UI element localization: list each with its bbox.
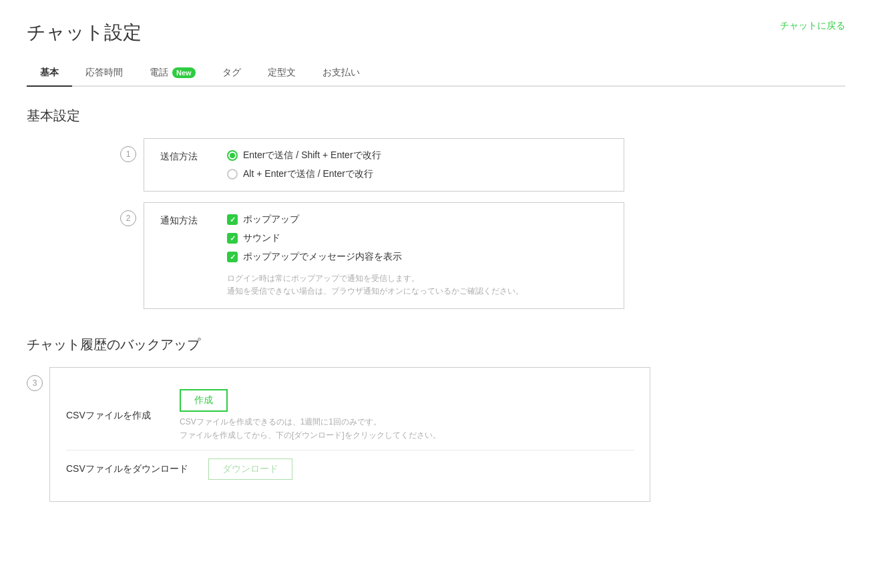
tab-basic[interactable]: 基本 [27, 60, 72, 87]
csv-create-label: CSVファイルを作成 [66, 410, 160, 422]
section3-wrapper: 3 CSVファイルを作成 作成 CSVファイルを作成できるのは、1週間に1回のみ… [27, 367, 845, 501]
radio-circle-2 [227, 169, 238, 180]
basic-settings-section: 基本設定 1 送信方法 Enterで送信 / Shift + Enterで改行 … [27, 107, 845, 309]
tab-payment[interactable]: お支払い [309, 60, 373, 87]
checkbox-sound-box [227, 233, 238, 244]
radio-alt-enter-send[interactable]: Alt + Enterで送信 / Enterで改行 [227, 168, 381, 180]
notify-sub-text: ログイン時は常にポップアップで通知を受信します。 通知を受信できない場合は、ブラ… [227, 272, 523, 298]
checkbox-popup-box [227, 214, 238, 225]
backup-section-title: チャット履歴のバックアップ [27, 336, 845, 354]
checkbox-popup[interactable]: ポップアップ [227, 214, 523, 226]
csv-download-label: CSVファイルをダウンロード [66, 463, 188, 475]
tab-response-time[interactable]: 応答時間 [72, 60, 136, 87]
basic-settings-title: 基本設定 [27, 107, 845, 125]
back-link[interactable]: チャットに戻る [780, 20, 845, 32]
csv-create-button[interactable]: 作成 [180, 389, 228, 412]
checkbox-popup-content[interactable]: ポップアップでメッセージ内容を表示 [227, 251, 523, 263]
notify-method-options: ポップアップ サウンド ポップアップでメッセージ内容を表示 ログイン時は常にポッ… [227, 214, 523, 298]
tab-phone[interactable]: 電話 New [136, 60, 209, 87]
page-title: チャット設定 [27, 20, 142, 45]
csv-create-content: 作成 CSVファイルを作成できるのは、1週間に1回のみです。 ファイルを作成して… [180, 389, 441, 441]
notify-method-label: 通知方法 [160, 214, 207, 227]
csv-create-row: CSVファイルを作成 作成 CSVファイルを作成できるのは、1週間に1回のみです… [66, 381, 634, 449]
notify-method-card: 通知方法 ポップアップ サウンド ポップアップでメッセージ内容を表示 [144, 202, 624, 309]
send-method-row: 1 送信方法 Enterで送信 / Shift + Enterで改行 Alt +… [27, 138, 845, 192]
backup-section: チャット履歴のバックアップ 3 CSVファイルを作成 作成 CSVファイルを作成… [27, 336, 845, 501]
checkbox-sound[interactable]: サウンド [227, 232, 523, 244]
radio-enter-send[interactable]: Enterで送信 / Shift + Enterで改行 [227, 150, 381, 162]
tab-tag[interactable]: タグ [209, 60, 254, 87]
csv-download-row: CSVファイルをダウンロード ダウンロード [66, 450, 634, 488]
csv-download-button[interactable]: ダウンロード [208, 459, 292, 480]
tab-template[interactable]: 定型文 [254, 60, 309, 87]
circle-3: 3 [27, 375, 43, 391]
send-method-label: 送信方法 [160, 150, 207, 163]
send-method-card: 送信方法 Enterで送信 / Shift + Enterで改行 Alt + E… [144, 138, 624, 192]
circle-2: 2 [120, 210, 136, 226]
page-header: チャット設定 チャットに戻る [27, 20, 845, 45]
new-badge: New [172, 67, 196, 78]
csv-card: CSVファイルを作成 作成 CSVファイルを作成できるのは、1週間に1回のみです… [49, 367, 650, 501]
notify-method-row: 2 通知方法 ポップアップ サウンド [27, 202, 845, 309]
send-method-options: Enterで送信 / Shift + Enterで改行 Alt + Enterで… [227, 150, 381, 180]
circle-1: 1 [120, 146, 136, 162]
checkbox-popup-content-box [227, 252, 238, 262]
csv-create-note: CSVファイルを作成できるのは、1週間に1回のみです。 ファイルを作成してから、… [180, 416, 441, 441]
tabs-bar: 基本 応答時間 電話 New タグ 定型文 お支払い [27, 59, 845, 87]
page-container: チャット設定 チャットに戻る 基本 応答時間 電話 New タグ 定型文 お支払… [0, 0, 872, 588]
radio-circle-1 [227, 150, 238, 161]
